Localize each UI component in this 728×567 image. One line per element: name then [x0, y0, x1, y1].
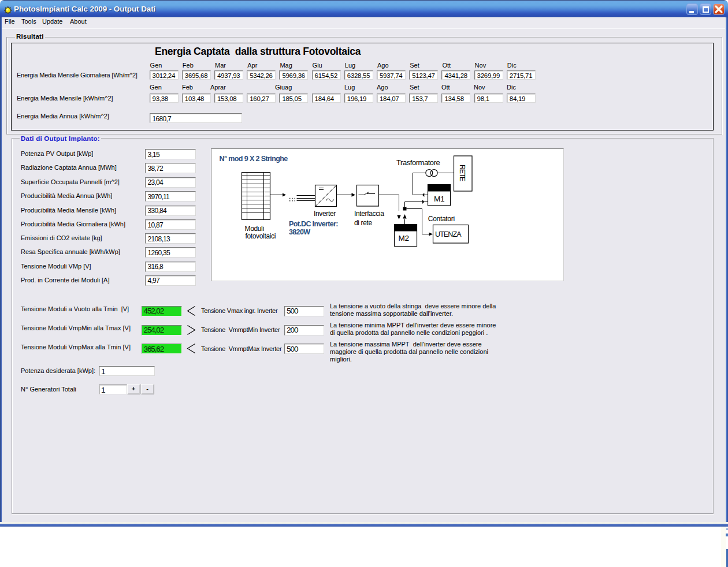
svg-text:Trasformatore: Trasformatore [396, 158, 440, 167]
svg-text:Inverter: Inverter [314, 210, 336, 218]
svg-text:N° mod 9 X 2 Stringhe: N° mod 9 X 2 Stringhe [220, 155, 288, 163]
svg-text:UTENZA: UTENZA [435, 230, 462, 238]
svg-text:M2: M2 [399, 234, 409, 243]
svg-text:Pot.DC Inverter:: Pot.DC Inverter: [289, 220, 338, 228]
svg-text:M1: M1 [434, 195, 444, 203]
svg-text:Interfaccia: Interfaccia [354, 210, 384, 218]
svg-text:Moduli: Moduli [245, 225, 264, 233]
svg-text:3820W: 3820W [289, 228, 310, 236]
svg-text:Contatori: Contatori [428, 215, 455, 223]
svg-text:RETE: RETE [458, 165, 466, 181]
svg-text:fotovoltaici: fotovoltaici [246, 232, 276, 240]
svg-text:di rete: di rete [354, 219, 373, 227]
